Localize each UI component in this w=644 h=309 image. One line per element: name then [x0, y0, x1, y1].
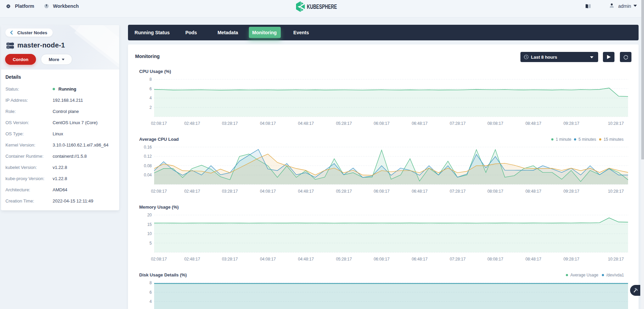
svg-text:08:08:17: 08:08:17: [487, 257, 503, 262]
svg-text:02:48:17: 02:48:17: [184, 121, 200, 126]
svg-text:04:48:17: 04:48:17: [298, 189, 314, 194]
svg-text:5: 5: [149, 241, 152, 246]
svg-text:07:28:17: 07:28:17: [450, 189, 466, 194]
svg-text:08:08:17: 08:08:17: [487, 189, 503, 194]
svg-text:10: 10: [147, 231, 152, 236]
svg-text:04:08:17: 04:08:17: [260, 257, 276, 262]
svg-text:03:28:17: 03:28:17: [222, 257, 238, 262]
svg-text:02:48:17: 02:48:17: [184, 257, 200, 262]
svg-text:04:08:17: 04:08:17: [260, 121, 276, 126]
svg-text:20: 20: [147, 213, 152, 217]
svg-text:0.04: 0.04: [144, 173, 152, 177]
svg-text:Average Usage: Average Usage: [570, 273, 599, 277]
svg-text:05:28:17: 05:28:17: [336, 189, 352, 194]
svg-text:09:28:17: 09:28:17: [564, 121, 579, 126]
svg-text:6: 6: [149, 86, 152, 91]
svg-text:08:48:17: 08:48:17: [526, 121, 541, 126]
svg-text:08:48:17: 08:48:17: [526, 257, 541, 262]
svg-text:02:08:17: 02:08:17: [151, 257, 167, 262]
svg-text:06:08:17: 06:08:17: [374, 189, 390, 194]
svg-text:10:28:17: 10:28:17: [608, 121, 624, 126]
svg-text:09:28:17: 09:28:17: [564, 189, 579, 194]
svg-text:0.08: 0.08: [144, 163, 152, 168]
svg-text:0.16: 0.16: [144, 145, 152, 150]
svg-text:08:48:17: 08:48:17: [526, 189, 541, 194]
svg-text:10:28:17: 10:28:17: [608, 189, 624, 194]
svg-text:2: 2: [149, 105, 152, 110]
svg-text:05:28:17: 05:28:17: [336, 257, 352, 262]
svg-text:06:08:17: 06:08:17: [374, 121, 390, 126]
svg-text:06:48:17: 06:48:17: [412, 257, 428, 262]
svg-text:02:48:17: 02:48:17: [184, 189, 200, 194]
svg-text:06:08:17: 06:08:17: [374, 257, 390, 262]
svg-text:15: 15: [147, 222, 152, 227]
svg-text:8: 8: [149, 77, 152, 82]
svg-text:03:28:17: 03:28:17: [222, 121, 238, 126]
svg-text:4: 4: [149, 96, 152, 100]
svg-text:6: 6: [149, 290, 152, 295]
svg-text:07:28:17: 07:28:17: [450, 121, 466, 126]
svg-text:06:48:17: 06:48:17: [412, 189, 428, 194]
svg-text:08:08:17: 08:08:17: [487, 121, 503, 126]
svg-text:02:08:17: 02:08:17: [151, 189, 167, 194]
svg-text:8: 8: [149, 281, 152, 285]
svg-text:07:28:17: 07:28:17: [450, 257, 466, 262]
svg-text:/dev/vda1: /dev/vda1: [606, 273, 624, 277]
svg-text:05:28:17: 05:28:17: [336, 121, 352, 126]
svg-text:02:08:17: 02:08:17: [151, 121, 167, 126]
svg-text:04:48:17: 04:48:17: [298, 121, 314, 126]
svg-text:1 minute: 1 minute: [556, 137, 571, 142]
svg-text:15 minutes: 15 minutes: [604, 137, 624, 142]
svg-text:5 minutes: 5 minutes: [578, 137, 596, 142]
svg-text:03:28:17: 03:28:17: [222, 189, 238, 194]
svg-text:4: 4: [149, 299, 152, 304]
svg-text:10:28:17: 10:28:17: [608, 257, 624, 262]
svg-text:0.12: 0.12: [144, 154, 152, 159]
svg-text:04:08:17: 04:08:17: [260, 189, 276, 194]
svg-text:06:48:17: 06:48:17: [412, 121, 428, 126]
svg-text:09:28:17: 09:28:17: [564, 257, 579, 262]
svg-text:04:48:17: 04:48:17: [298, 257, 314, 262]
